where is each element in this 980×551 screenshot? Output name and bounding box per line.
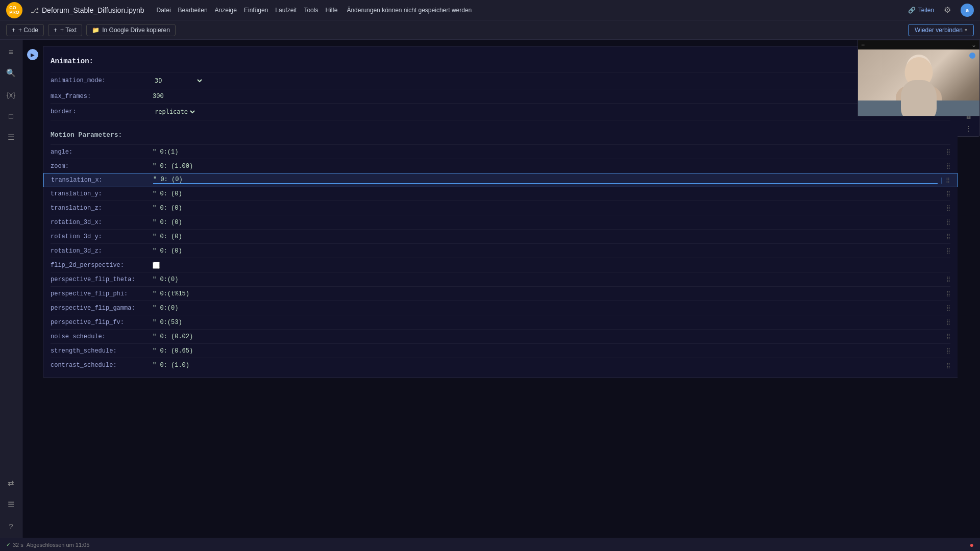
status-completed-text: Abgeschlossen um 11:05	[27, 542, 90, 548]
noise-schedule-input[interactable]	[153, 333, 944, 340]
cell-content[interactable]: Animation: animation_mode: 3D 2D Video I…	[43, 46, 958, 378]
menu-tools[interactable]: Tools	[304, 7, 318, 14]
translation-y-input[interactable]	[153, 190, 944, 197]
sidebar-menu-icon[interactable]: ≡	[4, 44, 19, 59]
add-text-button[interactable]: + + Text	[48, 24, 82, 36]
rotation-3d-y-input[interactable]	[153, 233, 944, 240]
perspective-phi-row: perspective_flip_phi: ⣿	[51, 287, 950, 301]
sidebar-help-icon[interactable]: ?	[4, 518, 19, 534]
rotation-3d-z-row: rotation_3d_z: ⣿	[51, 244, 950, 258]
perspective-gamma-input[interactable]	[153, 305, 944, 312]
translation-y-resize[interactable]: ⣿	[946, 190, 950, 197]
angle-resize[interactable]: ⣿	[946, 148, 950, 155]
reconnect-dropdown-arrow[interactable]: ▾	[965, 27, 967, 33]
avatar[interactable]: a	[961, 4, 974, 17]
translation-y-row: translation_y: ⣿	[51, 187, 950, 201]
zoom-resize[interactable]: ⣿	[946, 163, 950, 169]
menu-datei[interactable]: Datei	[157, 7, 171, 14]
sidebar-files-icon[interactable]: □	[4, 108, 19, 123]
video-overlay: − ⌄	[857, 40, 980, 116]
motion-header: Motion Parameters:	[51, 127, 122, 142]
perspective-theta-row: perspective_flip_theta: ⣿	[51, 272, 950, 287]
status-dot: ●	[970, 541, 974, 549]
strength-schedule-input[interactable]	[153, 347, 944, 355]
strength-schedule-row: strength_schedule: ⣿	[51, 344, 950, 358]
perspective-fv-input[interactable]	[153, 319, 944, 326]
top-right-controls: 🔗 Teilen ⚙ a	[908, 4, 974, 17]
perspective-fv-resize[interactable]: ⣿	[946, 319, 950, 325]
flip-2d-checkbox[interactable]	[153, 262, 160, 269]
perspective-theta-input[interactable]	[153, 276, 944, 283]
sidebar-terminal-icon[interactable]: ⇄	[4, 475, 19, 491]
translation-x-label: translation_x:	[51, 177, 153, 184]
perspective-phi-resize[interactable]: ⣿	[946, 290, 950, 297]
strength-schedule-resize[interactable]: ⣿	[946, 347, 950, 354]
drive-icon: 📁	[92, 27, 100, 34]
drive-copy-button[interactable]: 📁 In Google Drive kopieren	[86, 24, 176, 36]
status-time: 32 s	[13, 542, 23, 548]
code-plus-icon: +	[12, 27, 15, 34]
run-cell-button[interactable]: ▶	[27, 49, 38, 60]
zoom-row: zoom: ⣿	[51, 159, 950, 173]
max-frames-input[interactable]	[153, 93, 950, 100]
perspective-gamma-row: perspective_flip_gamma: ⣿	[51, 301, 950, 315]
video-minimize-icon[interactable]: −	[861, 41, 865, 48]
translation-x-input[interactable]	[153, 176, 938, 184]
video-expand-icon[interactable]: ⌄	[971, 41, 976, 48]
noise-schedule-resize[interactable]: ⣿	[946, 333, 950, 340]
translation-z-resize[interactable]: ⣿	[946, 205, 950, 211]
animation-mode-value: 3D 2D Video Input	[153, 77, 945, 85]
noise-schedule-label: noise_schedule:	[51, 333, 153, 340]
contrast-schedule-input[interactable]	[153, 362, 944, 369]
max-frames-row: max_frames:	[51, 89, 950, 104]
cursor-indicator: |	[940, 177, 944, 184]
translation-x-resize[interactable]: ⣿	[946, 177, 950, 184]
menu-laufzeit[interactable]: Laufzeit	[275, 7, 297, 14]
add-code-button[interactable]: + + Code	[6, 24, 44, 36]
sidebar-bottom-icon[interactable]: ☰	[4, 497, 19, 512]
settings-icon[interactable]: ⚙	[941, 5, 953, 15]
share-icon: 🔗	[908, 7, 916, 14]
share-button[interactable]: 🔗 Teilen	[908, 7, 934, 14]
max-frames-label: max_frames:	[51, 93, 153, 100]
motion-section: Motion Parameters:	[51, 124, 950, 145]
angle-input[interactable]	[153, 148, 944, 156]
menu-hilfe[interactable]: Hilfe	[325, 7, 337, 14]
angle-row: angle: ⣿	[51, 145, 950, 159]
angle-label: angle:	[51, 148, 153, 156]
translation-z-input[interactable]	[153, 205, 944, 212]
rotation-3d-x-label: rotation_3d_x:	[51, 219, 153, 226]
contrast-schedule-label: contrast_schedule:	[51, 362, 153, 369]
rotation-3d-y-label: rotation_3d_y:	[51, 233, 153, 240]
more-icon[interactable]: ⋮	[964, 123, 974, 133]
rotation-3d-z-resize[interactable]: ⣿	[946, 247, 950, 254]
rotation-3d-x-resize[interactable]: ⣿	[946, 219, 950, 226]
contrast-schedule-resize[interactable]: ⣿	[946, 362, 950, 369]
rotation-3d-z-input[interactable]	[153, 247, 944, 255]
top-menu: Datei Bearbeiten Anzeige Einfügen Laufze…	[157, 7, 472, 14]
text-plus-icon: +	[54, 27, 57, 34]
animation-mode-select[interactable]: 3D 2D Video Input	[153, 77, 204, 85]
perspective-theta-resize[interactable]: ⣿	[946, 276, 950, 283]
reconnect-button[interactable]: Wieder verbinden ▾	[908, 24, 974, 36]
menu-anzeige[interactable]: Anzeige	[215, 7, 237, 14]
notebook-area[interactable]: − ⌄ ▶ Animation:	[22, 40, 980, 538]
main-area: ≡ 🔍 {x} □ ☰ ⇄ ☰ ? − ⌄	[0, 40, 980, 538]
border-select[interactable]: replicate wrap reflect	[153, 108, 197, 116]
perspective-gamma-resize[interactable]: ⣿	[946, 305, 950, 311]
sidebar-toc-icon[interactable]: ☰	[4, 130, 19, 145]
menu-einfuegen[interactable]: Einfügen	[244, 7, 268, 14]
unsaved-message: Änderungen können nicht gespeichert werd…	[347, 7, 472, 14]
rotation-3d-y-row: rotation_3d_y: ⣿	[51, 230, 950, 244]
colab-logo: COPRO	[6, 2, 22, 18]
perspective-phi-input[interactable]	[153, 290, 944, 297]
translation-z-row: translation_z: ⣿	[51, 201, 950, 215]
sidebar-search-icon[interactable]: 🔍	[4, 65, 19, 81]
border-label: border:	[51, 108, 153, 115]
zoom-input[interactable]	[153, 163, 944, 170]
rotation-3d-x-input[interactable]	[153, 219, 944, 226]
menu-bearbeiten[interactable]: Bearbeiten	[178, 7, 208, 14]
sidebar-variables-icon[interactable]: {x}	[4, 87, 19, 102]
animation-section: Animation:	[51, 52, 950, 72]
rotation-3d-y-resize[interactable]: ⣿	[946, 233, 950, 240]
